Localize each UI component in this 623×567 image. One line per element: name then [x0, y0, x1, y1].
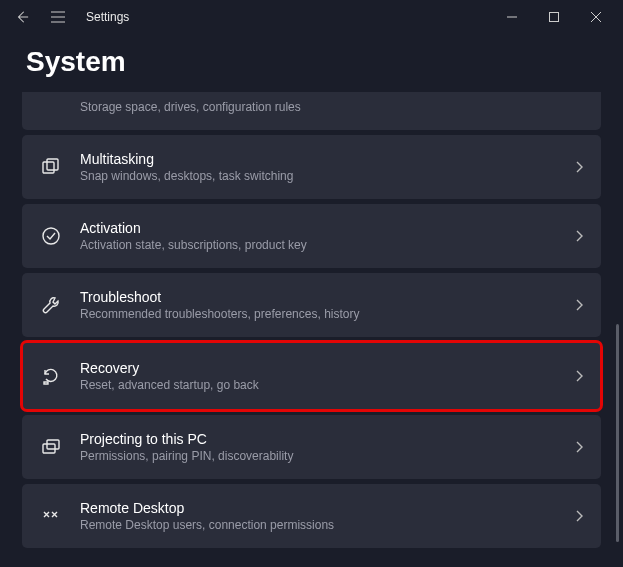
item-text: Projecting to this PC Permissions, pairi… — [80, 431, 565, 463]
page-title: System — [0, 34, 623, 92]
remote-desktop-icon — [40, 505, 62, 527]
chevron-right-icon — [575, 441, 583, 453]
item-title: Projecting to this PC — [80, 431, 565, 447]
scrollbar[interactable] — [616, 324, 619, 542]
chevron-right-icon — [575, 161, 583, 173]
close-button[interactable] — [575, 3, 617, 31]
item-text: Recovery Reset, advanced startup, go bac… — [80, 360, 565, 392]
back-button[interactable] — [6, 1, 38, 33]
item-title: Troubleshoot — [80, 289, 565, 305]
troubleshoot-icon — [40, 294, 62, 316]
settings-list: Storage space, drives, configuration rul… — [0, 92, 623, 548]
settings-item-storage[interactable]: Storage space, drives, configuration rul… — [22, 92, 601, 130]
item-subtitle: Remote Desktop users, connection permiss… — [80, 518, 565, 532]
svg-rect-2 — [47, 159, 58, 170]
svg-point-3 — [43, 228, 59, 244]
window-controls — [491, 3, 617, 31]
item-subtitle: Activation state, subscriptions, product… — [80, 238, 565, 252]
chevron-right-icon — [575, 230, 583, 242]
settings-item-troubleshoot[interactable]: Troubleshoot Recommended troubleshooters… — [22, 273, 601, 337]
recovery-icon — [40, 365, 62, 387]
item-subtitle: Reset, advanced startup, go back — [80, 378, 565, 392]
minimize-button[interactable] — [491, 3, 533, 31]
item-subtitle: Permissions, pairing PIN, discoverabilit… — [80, 449, 565, 463]
item-text: Troubleshoot Recommended troubleshooters… — [80, 289, 565, 321]
settings-item-projecting[interactable]: Projecting to this PC Permissions, pairi… — [22, 415, 601, 479]
projecting-icon — [40, 436, 62, 458]
item-text: Storage space, drives, configuration rul… — [80, 100, 583, 114]
minimize-icon — [507, 12, 517, 22]
svg-rect-0 — [550, 13, 559, 22]
svg-rect-1 — [43, 162, 54, 173]
item-text: Activation Activation state, subscriptio… — [80, 220, 565, 252]
titlebar: Settings — [0, 0, 623, 34]
settings-item-activation[interactable]: Activation Activation state, subscriptio… — [22, 204, 601, 268]
settings-item-recovery[interactable]: Recovery Reset, advanced startup, go bac… — [22, 342, 601, 410]
chevron-right-icon — [575, 370, 583, 382]
item-subtitle: Storage space, drives, configuration rul… — [80, 100, 583, 114]
maximize-button[interactable] — [533, 3, 575, 31]
hamburger-icon — [51, 11, 65, 23]
item-text: Multitasking Snap windows, desktops, tas… — [80, 151, 565, 183]
chevron-right-icon — [575, 510, 583, 522]
item-subtitle: Recommended troubleshooters, preferences… — [80, 307, 565, 321]
menu-button[interactable] — [42, 1, 74, 33]
item-text: Remote Desktop Remote Desktop users, con… — [80, 500, 565, 532]
back-arrow-icon — [15, 10, 29, 24]
close-icon — [591, 12, 601, 22]
chevron-right-icon — [575, 299, 583, 311]
item-subtitle: Snap windows, desktops, task switching — [80, 169, 565, 183]
app-title: Settings — [86, 10, 129, 24]
item-title: Remote Desktop — [80, 500, 565, 516]
multitasking-icon — [40, 156, 62, 178]
settings-item-remote-desktop[interactable]: Remote Desktop Remote Desktop users, con… — [22, 484, 601, 548]
item-title: Recovery — [80, 360, 565, 376]
settings-item-multitasking[interactable]: Multitasking Snap windows, desktops, tas… — [22, 135, 601, 199]
titlebar-left: Settings — [6, 1, 129, 33]
item-title: Multitasking — [80, 151, 565, 167]
item-title: Activation — [80, 220, 565, 236]
maximize-icon — [549, 12, 559, 22]
activation-icon — [40, 225, 62, 247]
